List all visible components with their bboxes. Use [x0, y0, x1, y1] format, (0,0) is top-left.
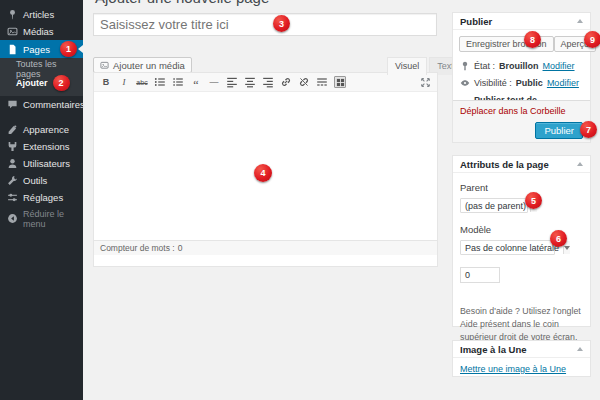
sidebar-item-label: Utilisateurs [23, 158, 70, 169]
distraction-free-icon[interactable] [419, 76, 431, 88]
align-center-icon[interactable] [244, 76, 256, 88]
status-value: Brouillon [499, 61, 539, 71]
comments-icon [7, 99, 18, 110]
publish-panel-header[interactable]: Publier [453, 13, 590, 30]
sidebar-item-articles[interactable]: Articles [0, 6, 83, 23]
editor-status-bar: Compteur de mots : 0 [94, 240, 437, 255]
sidebar-item-label: Articles [23, 9, 54, 20]
order-input[interactable]: 0 [460, 267, 500, 283]
set-featured-image-link[interactable]: Mettre une image à la Une [460, 364, 566, 374]
active-menu-notch [78, 45, 83, 53]
sidebar-item-utilisateurs[interactable]: Utilisateurs [0, 155, 83, 172]
sidebar-item-label: Médias [23, 26, 54, 37]
sidebar-item-outils[interactable]: Outils [0, 172, 83, 189]
editor-toolbar: B I abc “ — [94, 73, 437, 92]
template-select[interactable]: Pas de colonne latérale [460, 240, 555, 255]
major-publishing-actions: Déplacer dans la Corbeille Publier [453, 100, 590, 142]
appearance-icon [7, 124, 18, 135]
sidebar-item-reglages[interactable]: Réglages [0, 189, 83, 206]
word-count-value: 0 [178, 243, 183, 253]
parent-select-value: (pas de parent) [461, 199, 530, 212]
collapse-menu-button[interactable]: Réduire le menu [0, 210, 83, 227]
status-label: État : [474, 61, 495, 71]
admin-sidebar: Articles Médias Pages 1 Toutes les pages… [0, 0, 83, 400]
align-left-icon[interactable] [226, 76, 238, 88]
callout-1-pages: 1 [60, 41, 77, 57]
visibility-eye-icon [460, 78, 470, 88]
status-row: État : Brouillon Modifier [453, 61, 590, 71]
status-pin-icon [460, 61, 470, 71]
parent-label: Parent [453, 182, 590, 193]
collapse-arrow-icon[interactable] [577, 19, 583, 23]
callout-8-save-draft: 8 [524, 31, 541, 48]
page-title: Ajouter une nouvelle page [95, 0, 269, 6]
add-media-icon [100, 61, 109, 70]
sidebar-item-label: Commentaires [23, 99, 85, 110]
sidebar-item-pages[interactable]: Pages 1 [0, 40, 83, 58]
callout-2-add: 2 [53, 75, 70, 91]
users-icon [7, 158, 18, 169]
numbered-list-icon[interactable] [172, 76, 184, 88]
edit-visibility-link[interactable]: Modifier [547, 78, 579, 88]
callout-5-parent: 5 [525, 192, 542, 209]
edit-status-link[interactable]: Modifier [543, 61, 575, 71]
featured-image-panel: Image à la Une Mettre une image à la Une [452, 340, 591, 377]
media-icon [7, 26, 18, 37]
publish-button[interactable]: Publier [535, 122, 583, 139]
strikethrough-icon[interactable]: abc [136, 76, 148, 88]
attributes-panel-title: Attributs de la page [460, 159, 549, 170]
page-attributes-panel: Attributs de la page Parent (pas de pare… [452, 155, 591, 327]
template-label: Modèle [453, 224, 590, 235]
publish-panel-title: Publier [460, 16, 492, 27]
more-tag-icon[interactable] [316, 76, 328, 88]
callout-9-preview: 9 [584, 31, 600, 48]
sidebar-item-label: Réglages [23, 192, 63, 203]
align-right-icon[interactable] [262, 76, 274, 88]
bulleted-list-icon[interactable] [154, 76, 166, 88]
sidebar-item-label: Outils [23, 175, 47, 186]
page-title-input[interactable] [93, 13, 437, 36]
move-to-trash-link[interactable]: Déplacer dans la Corbeille [460, 106, 566, 116]
submenu-item-all-pages[interactable]: Toutes les pages [0, 62, 83, 76]
visibility-row: Visibilité : Public Modifier [453, 78, 590, 88]
pages-submenu: Toutes les pages Ajouter 2 [0, 58, 83, 96]
featured-panel-title: Image à la Une [460, 344, 527, 355]
attributes-help-text: Besoin d'aide ? Utilisez l'onglet Aide p… [453, 305, 590, 343]
horizontal-rule-icon[interactable]: — [208, 76, 220, 88]
collapse-icon [7, 213, 18, 224]
sidebar-item-label: Extensions [23, 141, 69, 152]
toolbar-toggle-icon[interactable] [334, 76, 346, 88]
collapse-arrow-icon[interactable] [577, 347, 583, 351]
blockquote-icon[interactable]: “ [190, 76, 202, 88]
callout-3-title: 3 [273, 15, 290, 32]
sidebar-item-label: Apparence [23, 124, 69, 135]
collapse-menu-label: Réduire le menu [23, 209, 83, 229]
sidebar-item-commentaires[interactable]: Commentaires [0, 96, 83, 113]
plugin-icon [7, 141, 18, 152]
settings-icon [7, 192, 18, 203]
attributes-panel-header[interactable]: Attributs de la page [453, 156, 590, 173]
visibility-value: Public [516, 78, 543, 88]
unlink-icon[interactable] [298, 76, 310, 88]
italic-icon[interactable]: I [118, 76, 130, 88]
link-icon[interactable] [280, 76, 292, 88]
sidebar-item-extensions[interactable]: Extensions [0, 138, 83, 155]
tab-visual[interactable]: Visuel [387, 57, 427, 75]
visibility-label: Visibilité : [474, 78, 512, 88]
callout-7-publish: 7 [580, 121, 597, 138]
parent-select[interactable]: (pas de parent) [460, 198, 528, 213]
collapse-arrow-icon[interactable] [577, 162, 583, 166]
page-icon [7, 44, 18, 55]
bold-icon[interactable]: B [100, 76, 112, 88]
add-media-label: Ajouter un média [113, 60, 185, 71]
sidebar-item-apparence[interactable]: Apparence [0, 121, 83, 138]
callout-6-template: 6 [550, 230, 567, 247]
add-media-button[interactable]: Ajouter un média [93, 57, 192, 73]
wordpress-admin: Articles Médias Pages 1 Toutes les pages… [0, 0, 600, 400]
template-select-value: Pas de colonne latérale [461, 241, 563, 254]
sidebar-item-label: Pages [23, 44, 50, 55]
pin-icon [7, 9, 18, 20]
featured-panel-header[interactable]: Image à la Une [453, 341, 590, 358]
word-count-label: Compteur de mots : [100, 243, 175, 253]
sidebar-item-medias[interactable]: Médias [0, 23, 83, 40]
